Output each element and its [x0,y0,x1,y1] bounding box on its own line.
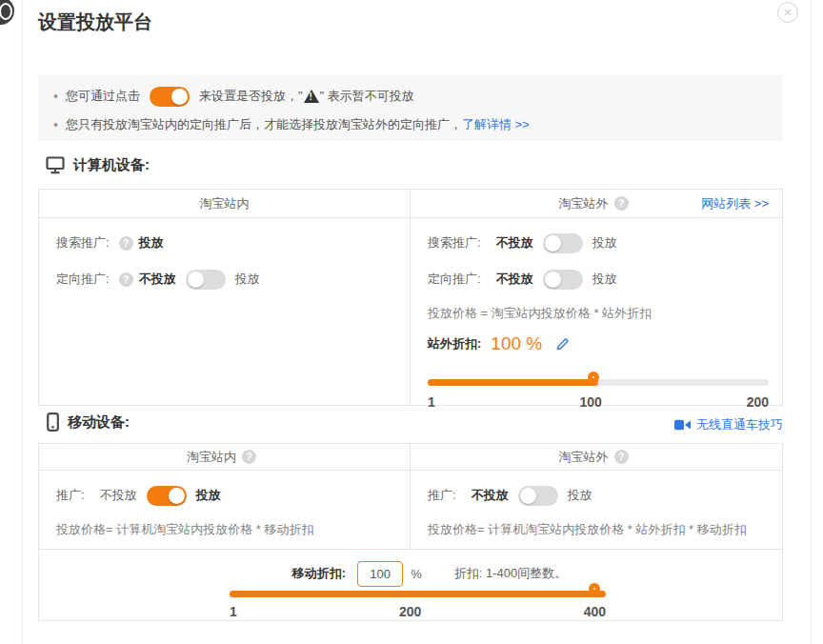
learn-more-link[interactable]: 了解详情 >> [462,116,530,133]
percent-sign: % [411,567,422,581]
sample-toggle[interactable] [150,87,190,107]
background-badge-icon [0,0,14,25]
off-label: 不投放 [100,487,137,504]
on-label: 投放 [592,271,617,288]
mobile-phone-icon [47,413,59,432]
row-label: 搜索推广: [56,234,110,252]
computer-outside-header: 淘宝站外 网站列表 >> [411,190,782,217]
notice-box: • 您可通过点击 来设置是否投放，" " 表示暂不可投放 • 您只有投放淘宝站内… [38,74,783,141]
set-platform-dialog: 设置投放平台 • 您可通过点击 来设置是否投放，" " 表示暂不可投放 • 您只… [0,0,823,644]
on-label: 投放 [592,234,617,252]
mobile-outside-toggle[interactable] [518,486,558,506]
slider-track[interactable] [230,591,606,597]
discount-hint: 折扣: 1-400间整数。 [454,565,567,582]
bullet-icon: • [53,117,58,132]
off-label: 不投放 [496,271,533,288]
on-label: 投放 [235,271,260,288]
computer-icon [46,156,65,174]
slider-max-label: 400 [584,604,606,619]
toggle-knob [545,272,561,288]
outside-discount-line: 站外折扣: 100 % [428,332,771,356]
computer-table-header: 淘宝站内 淘宝站外 网站列表 >> [39,190,782,218]
discount-value: 100 % [491,333,542,354]
on-label: 投放 [568,487,592,504]
page-title: 设置投放平台 [38,10,152,35]
website-list-link[interactable]: 网站列表 >> [701,195,769,212]
header-label: 淘宝站外 [559,449,609,466]
search-promo-row: 搜索推广: 不投放 投放 [428,231,771,254]
dialog-left-edge [22,0,23,644]
mobile-table-body: 推广: 不投放 投放 投放价格= 计算机淘宝站内投放价格 * 移动折扣 推广: … [39,471,782,549]
slider-labels: 1 100 200 [428,394,769,410]
help-icon[interactable] [614,196,629,211]
header-label: 淘宝站内 [187,449,236,466]
targeted-outside-toggle[interactable] [543,270,583,290]
slider-track[interactable] [428,379,769,386]
notice-line-1: • 您可通过点击 来设置是否投放，" " 表示暂不可投放 [53,84,768,109]
mobile-discount-line: 移动折扣: % 折扣: 1-400间整数。 [77,559,782,588]
slider-min-label: 1 [428,394,435,410]
toggle-knob [520,488,536,504]
search-promo-row: 搜索推广: 投放 [56,231,398,254]
row-label: 定向推广: [428,271,481,288]
mobile-inside-cell: 推广: 不投放 投放 投放价格= 计算机淘宝站内投放价格 * 移动折扣 [39,471,411,549]
site-list-link-wrap: 网站列表 >> [701,190,769,217]
bullet-icon: • [53,89,58,104]
help-icon[interactable] [614,450,629,464]
help-icon[interactable] [242,450,256,464]
toggle-knob [188,272,204,288]
row-label: 定向推广: [56,271,110,288]
computer-inside-cell: 搜索推广: 投放 定向推广: 不投放 投放 [39,218,411,406]
mobile-promo-row: 推广: 不投放 投放 [428,484,771,507]
computer-outside-cell: 搜索推广: 不投放 投放 定向推广: 不投放 投放 投放价格 = 淘宝站内投放价… [411,218,782,406]
mobile-section-title: 移动设备: [68,413,130,432]
help-icon[interactable] [119,272,133,287]
off-label: 不投放 [496,234,533,252]
toggle-knob [169,488,185,504]
slider-max-label: 200 [747,394,769,410]
edit-pencil-icon[interactable] [555,337,570,352]
notice-text: 您只有投放淘宝站内的定向推广后，才能选择投放淘宝站外的定向推广， [66,116,462,133]
close-icon[interactable] [777,2,798,23]
mobile-discount-input[interactable] [357,561,403,587]
targeted-promo-row: 定向推广: 不投放 投放 [56,268,398,291]
wireless-tips-link[interactable]: 无线直通车技巧 [696,416,783,433]
warning-icon [304,90,319,103]
discount-label: 移动折扣: [292,565,346,582]
video-icon [674,419,691,431]
toggle-knob [171,89,188,105]
mobile-inside-toggle[interactable] [147,486,187,506]
header-label: 淘宝站外 [559,195,609,212]
search-outside-toggle[interactable] [543,233,583,253]
slider-labels: 1 200 400 [230,604,606,619]
slider-mid-label: 100 [580,394,602,410]
notice-text: 您可通过点击 [66,88,140,105]
notice-line-2: • 您只有投放淘宝站内的定向推广后，才能选择投放淘宝站外的定向推广， 了解详情 … [53,112,768,137]
off-label: 不投放 [472,487,509,504]
slider-handle[interactable] [588,372,599,383]
slider-fill [428,379,598,386]
wireless-tips-wrap: 无线直通车技巧 [674,416,783,433]
row-label: 推广: [428,487,456,504]
mobile-outside-cell: 推广: 不投放 投放 投放价格= 计算机淘宝站内投放价格 * 站外折扣 * 移动… [411,471,782,549]
help-icon[interactable] [119,236,133,251]
discount-label: 站外折扣: [428,335,481,352]
mobile-inside-formula: 投放价格= 计算机淘宝站内投放价格 * 移动折扣 [56,520,398,539]
slider-handle[interactable] [589,583,600,594]
targeted-promo-row: 定向推广: 不投放 投放 [428,268,771,291]
targeted-inside-toggle[interactable] [186,270,226,290]
mobile-outside-header: 淘宝站外 [411,444,782,470]
price-formula: 投放价格 = 淘宝站内投放价格 * 站外折扣 [428,304,771,323]
computer-section-title: 计算机设备: [73,156,150,174]
mobile-table-header: 淘宝站内 淘宝站外 [39,444,782,471]
mobile-promo-row: 推广: 不投放 投放 [56,484,398,507]
on-label: 投放 [196,487,221,504]
mobile-table: 淘宝站内 淘宝站外 推广: 不投放 投放 投放价格= 计算机淘宝站内投放价格 *… [38,443,783,621]
notice-text: " 表示暂不可投放 [320,88,414,105]
mobile-discount-row: 移动折扣: % 折扣: 1-400间整数。 1 200 400 [39,549,782,621]
outside-discount-slider: 1 100 200 [428,379,771,410]
mobile-discount-slider: 1 200 400 [230,591,606,619]
header-label: 淘宝站内 [200,195,250,212]
mobile-section-header: 移动设备: [47,413,130,432]
dialog-right-edge [811,0,812,644]
